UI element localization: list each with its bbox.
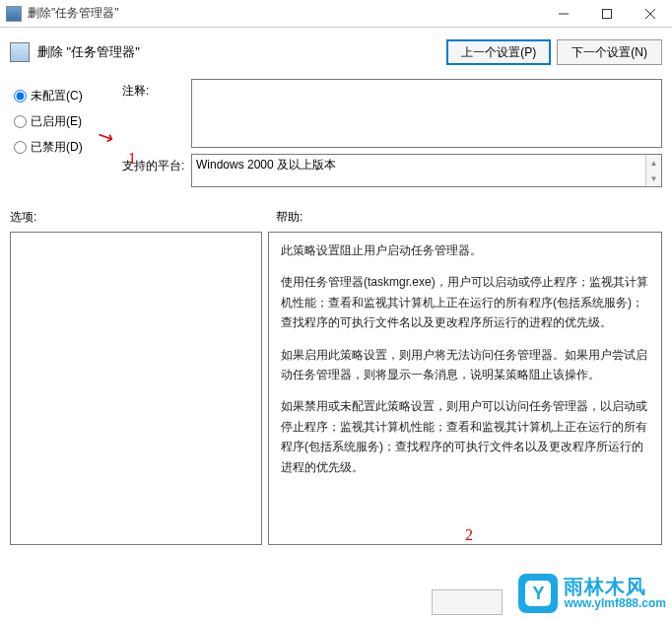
watermark-logo-char: Y	[525, 581, 551, 606]
next-setting-button[interactable]: 下一个设置(N)	[557, 39, 662, 65]
radio-not-configured-label: 未配置(C)	[31, 88, 83, 104]
watermark-text: 雨林木风 www.ylmf888.com	[564, 576, 666, 610]
platform-value: Windows 2000 及以上版本	[196, 157, 336, 173]
comment-row: 注释:	[122, 79, 662, 148]
help-p2: 使用任务管理器(taskmgr.exe)，用户可以启动或停止程序；监视其计算机性…	[281, 272, 649, 332]
watermark-url: www.ylmf888.com	[564, 597, 666, 610]
help-p1: 此策略设置阻止用户启动任务管理器。	[281, 241, 649, 260]
app-icon	[6, 6, 22, 22]
help-label: 帮助:	[266, 209, 662, 226]
scroll-up-icon[interactable]: ▲	[646, 155, 661, 171]
comment-input[interactable]	[191, 79, 662, 148]
window-title: 删除"任务管理器"	[28, 5, 542, 22]
svg-rect-1	[603, 9, 612, 18]
platform-box: Windows 2000 及以上版本 ▲ ▼	[191, 154, 662, 187]
watermark-logo-icon: Y	[518, 574, 558, 613]
policy-title: 删除 "任务管理器"	[37, 43, 440, 61]
footer-button[interactable]	[432, 589, 503, 615]
help-p4: 如果禁用或未配置此策略设置，则用户可以访问任务管理器，以启动或停止程序；监视其计…	[281, 396, 649, 477]
maximize-button[interactable]	[585, 0, 629, 28]
policy-header: 删除 "任务管理器" 上一个设置(P) 下一个设置(N)	[0, 28, 672, 79]
platform-scrollbar[interactable]: ▲ ▼	[645, 155, 661, 186]
comment-label: 注释:	[122, 79, 191, 148]
config-area: 未配置(C) 已启用(E) 已禁用(D) 注释: 支持的平台: Windows …	[0, 79, 672, 193]
help-panel: 此策略设置阻止用户启动任务管理器。 使用任务管理器(taskmgr.exe)，用…	[268, 232, 662, 545]
radio-enabled-label: 已启用(E)	[31, 113, 82, 130]
titlebar: 删除"任务管理器"	[0, 0, 672, 28]
scroll-down-icon[interactable]: ▼	[646, 171, 661, 186]
window-controls	[542, 0, 672, 28]
platform-row: 支持的平台: Windows 2000 及以上版本 ▲ ▼	[122, 154, 662, 187]
radio-enabled-input[interactable]	[14, 115, 27, 128]
radio-group: 未配置(C) 已启用(E) 已禁用(D)	[14, 79, 102, 193]
radio-disabled-label: 已禁用(D)	[31, 139, 83, 156]
watermark: Y 雨林木风 www.ylmf888.com	[518, 574, 666, 613]
fields-column: 注释: 支持的平台: Windows 2000 及以上版本 ▲ ▼	[122, 79, 662, 193]
policy-icon	[10, 42, 30, 62]
panels: 此策略设置阻止用户启动任务管理器。 使用任务管理器(taskmgr.exe)，用…	[0, 232, 672, 545]
close-button[interactable]	[629, 0, 672, 28]
radio-disabled-input[interactable]	[14, 141, 27, 154]
options-label: 选项:	[10, 209, 266, 226]
help-p3: 如果启用此策略设置，则用户将无法访问任务管理器。如果用户尝试启动任务管理器，则将…	[281, 345, 649, 385]
section-labels: 选项: 帮助:	[0, 193, 672, 232]
previous-setting-button[interactable]: 上一个设置(P)	[446, 39, 551, 65]
watermark-brand: 雨林木风	[564, 576, 666, 597]
platform-label: 支持的平台:	[122, 154, 191, 187]
radio-not-configured[interactable]: 未配置(C)	[14, 83, 102, 108]
radio-enabled[interactable]: 已启用(E)	[14, 108, 102, 134]
options-panel	[10, 232, 262, 545]
minimize-button[interactable]	[542, 0, 585, 28]
radio-disabled[interactable]: 已禁用(D)	[14, 134, 102, 160]
radio-not-configured-input[interactable]	[14, 90, 27, 103]
